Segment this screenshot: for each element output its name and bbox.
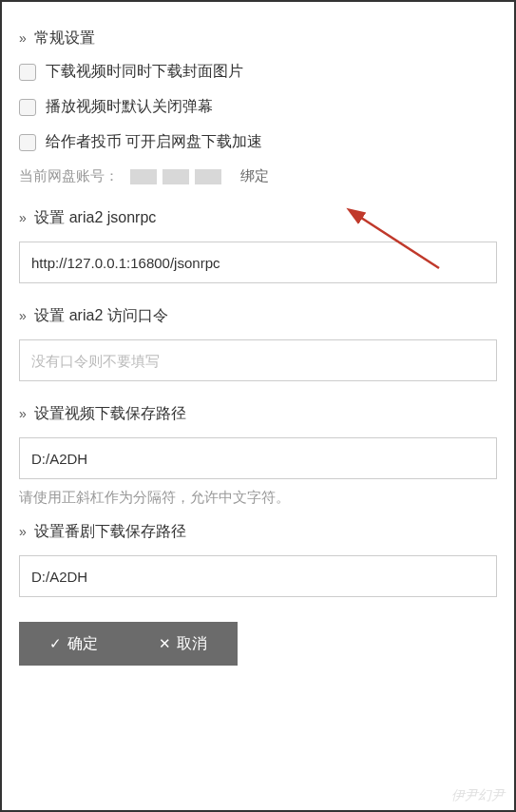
confirm-label: 确定 [67, 634, 98, 654]
chevron-icon: » [19, 30, 27, 46]
bangumi-path-header: » 设置番剧下载保存路径 [19, 522, 497, 542]
cancel-label: 取消 [177, 634, 207, 654]
aria2-jsonrpc-label: 设置 aria2 jsonrpc [34, 209, 156, 225]
chevron-icon: » [19, 524, 27, 539]
account-label: 当前网盘账号： [19, 167, 119, 185]
video-path-header: » 设置视频下载保存路径 [19, 404, 497, 424]
button-bar: ✓ 确定 ✕ 取消 [19, 622, 238, 666]
close-icon: ✕ [159, 635, 171, 652]
coin-boost-checkbox[interactable] [19, 134, 36, 151]
video-path-label: 设置视频下载保存路径 [34, 405, 186, 421]
aria2-jsonrpc-header: » 设置 aria2 jsonrpc [19, 208, 497, 228]
coin-boost-label: 给作者投币 可开启网盘下载加速 [46, 132, 262, 152]
aria2-token-label: 设置 aria2 访问口令 [34, 307, 167, 323]
bangumi-path-input[interactable] [19, 555, 497, 597]
account-row: 当前网盘账号： 绑定 [19, 167, 497, 185]
close-danmu-label: 播放视频时默认关闭弹幕 [46, 97, 213, 117]
general-settings-header: » 常规设置 [19, 29, 497, 48]
path-hint: 请使用正斜杠作为分隔符，允许中文字符。 [19, 489, 497, 507]
jsonrpc-input[interactable] [19, 242, 497, 283]
chevron-icon: » [19, 308, 27, 323]
bangumi-path-label: 设置番剧下载保存路径 [34, 523, 186, 539]
chevron-icon: » [19, 210, 27, 225]
chevron-icon: » [19, 406, 27, 421]
video-path-input[interactable] [19, 437, 497, 479]
check-icon: ✓ [49, 635, 62, 652]
download-cover-label: 下载视频时同时下载封面图片 [46, 62, 243, 82]
cancel-button[interactable]: ✕ 取消 [128, 622, 238, 666]
account-value-redacted [130, 169, 221, 184]
close-danmu-row[interactable]: 播放视频时默认关闭弹幕 [19, 97, 497, 117]
general-settings-label: 常规设置 [34, 29, 95, 46]
aria2-token-header: » 设置 aria2 访问口令 [19, 306, 497, 326]
coin-boost-row[interactable]: 给作者投币 可开启网盘下载加速 [19, 132, 497, 152]
bind-link[interactable]: 绑定 [240, 167, 269, 185]
close-danmu-checkbox[interactable] [19, 99, 36, 116]
download-cover-row[interactable]: 下载视频时同时下载封面图片 [19, 62, 497, 82]
download-cover-checkbox[interactable] [19, 64, 36, 81]
token-input[interactable] [19, 339, 497, 381]
watermark: 伊尹幻尹 [451, 787, 505, 804]
confirm-button[interactable]: ✓ 确定 [19, 622, 128, 666]
